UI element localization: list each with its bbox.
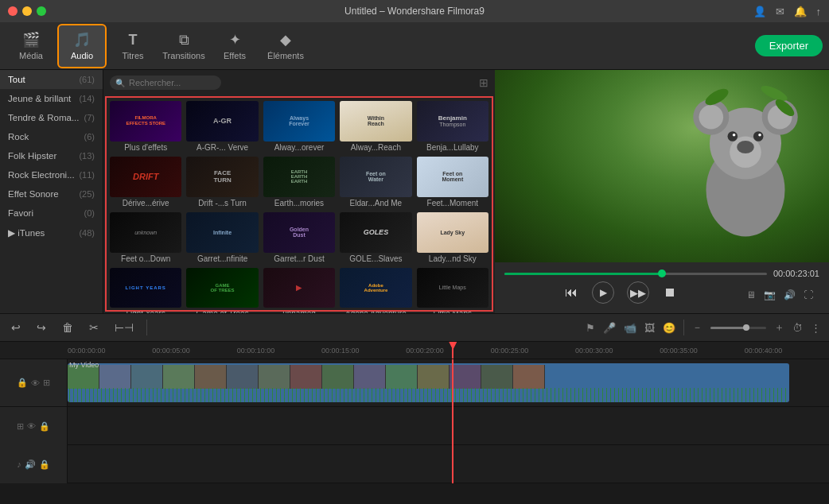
ruler-mark: 00:00:00:00 — [68, 347, 152, 355]
nav-item-effets[interactable]: ✦ Effets — [210, 24, 259, 68]
grid-view-icon[interactable]: ⊞ — [479, 76, 488, 89]
mail-icon[interactable]: ✉ — [776, 6, 784, 17]
stop-button[interactable]: ⏹ — [662, 284, 678, 301]
share-icon[interactable]: ↑ — [816, 6, 822, 17]
sidebar-item-itunes[interactable]: ▶ iTunes (48) — [0, 223, 103, 243]
list-item[interactable]: DRIFT Dérive...érive — [110, 157, 181, 207]
list-item[interactable]: WithinReach Alway...Reach — [340, 101, 411, 152]
sidebar-item-tout[interactable]: Tout (61) — [0, 70, 103, 89]
audio-lock-icon[interactable]: 🔒 — [39, 421, 50, 432]
progress-track[interactable] — [504, 273, 767, 275]
sidebar-item-rock[interactable]: Rock (6) — [0, 127, 103, 146]
sidebar-label-tendre: Tendre & Roma... — [8, 113, 79, 122]
video-clip[interactable] — [68, 363, 789, 402]
plus-icon[interactable]: ＋ — [774, 320, 784, 335]
main-content: Tout (61) Jeune & brillant (14) Tendre &… — [0, 70, 829, 313]
window-controls[interactable] — [8, 6, 46, 16]
list-item[interactable]: unknown Feet o...Down — [110, 212, 181, 263]
cut-button[interactable]: ✂ — [86, 320, 102, 335]
media-grid: FILMORAEFFECTS STORE Plus d'effets A-GR … — [110, 101, 488, 313]
sidebar-item-rock-electro[interactable]: Rock Electroni... (11) — [0, 165, 103, 184]
list-item[interactable]: Feet onMoment Feet...Moment — [417, 157, 488, 207]
redo-button[interactable]: ↪ — [33, 320, 49, 335]
track2-lock-icon[interactable]: 🔒 — [39, 459, 50, 470]
sidebar-item-folk[interactable]: Folk Hipster (13) — [0, 146, 103, 165]
sidebar-item-effet-sonore[interactable]: Effet Sonore (25) — [0, 184, 103, 204]
user-icon[interactable]: 👤 — [753, 6, 766, 17]
skip-back-button[interactable]: ⏮ — [563, 284, 579, 301]
list-item[interactable]: GoldenDust Garret...r Dust — [263, 212, 335, 263]
nav-item-titres[interactable]: T Titres — [108, 24, 158, 68]
flag-icon[interactable]: ⚑ — [586, 322, 595, 334]
search-input[interactable] — [110, 76, 221, 90]
close-button[interactable] — [8, 6, 18, 16]
minimize-button[interactable] — [22, 6, 32, 16]
clock-icon[interactable]: ⏱ — [792, 322, 803, 334]
item-label: Garret...nfinite — [186, 254, 258, 263]
undo-button[interactable]: ↩ — [8, 320, 24, 335]
sidebar-count-rock-electro: (11) — [79, 170, 95, 180]
nav-label-media: Média — [19, 51, 43, 60]
audio-track-2-content[interactable] — [68, 445, 829, 483]
maximize-button[interactable] — [37, 6, 46, 16]
lock-icon[interactable]: 🔒 — [17, 378, 28, 388]
bell-icon[interactable]: 🔔 — [794, 6, 807, 17]
play-forward-button[interactable]: ▶▶ — [627, 281, 649, 304]
eye-icon[interactable]: 👁 — [31, 378, 40, 388]
svg-point-9 — [753, 131, 764, 142]
volume-icon[interactable]: 🔊 — [784, 289, 796, 300]
export-button[interactable]: Exporter — [755, 35, 823, 56]
list-item[interactable]: ▶ unnamed — [263, 268, 335, 313]
audio-track-1-content[interactable] — [68, 407, 829, 444]
list-item[interactable]: Little Maps Little Maps — [417, 268, 488, 313]
item-label: Dérive...érive — [110, 199, 181, 207]
zoom-thumb[interactable] — [743, 324, 749, 331]
split-button[interactable]: ⊢⊣ — [111, 320, 137, 335]
screen-icon[interactable]: 🖥 — [746, 289, 756, 300]
track-label: My Video — [69, 361, 99, 369]
sidebar-label-jeune: Jeune & brillant — [8, 94, 71, 103]
list-item[interactable]: LIGHT YEARS Light Years — [110, 268, 181, 313]
audio-eye-icon[interactable]: 👁 — [27, 421, 36, 431]
list-item[interactable]: Benjamin Thompson Benja...Lullaby — [417, 101, 488, 152]
svg-point-8 — [728, 131, 738, 142]
video-preview-panel: 00:00:23:01 ⏮ ▶ ▶▶ ⏹ 🖥 📷 🔊 ⛶ — [495, 70, 829, 313]
music-icon[interactable]: ♪ — [17, 459, 21, 469]
list-item[interactable]: Infinite Garret...nfinite — [186, 212, 258, 263]
sidebar-item-jeune[interactable]: Jeune & brillant (14) — [0, 89, 103, 108]
audio-add-icon[interactable]: ⊞ — [17, 421, 24, 432]
list-item[interactable]: GAMEOF TREES Game of Trees — [186, 268, 258, 313]
play-button[interactable]: ▶ — [592, 281, 614, 304]
nav-item-audio[interactable]: 🎵 Audio — [57, 24, 107, 68]
trash-button[interactable]: 🗑 — [59, 320, 76, 335]
camera-icon[interactable]: 📷 — [764, 289, 776, 300]
list-item[interactable]: EARTH EARTH EARTH Earth...mories — [263, 157, 335, 207]
list-item[interactable]: Feet onWater Eldar...And Me — [340, 157, 411, 207]
zoom-slider[interactable] — [710, 327, 766, 329]
minus-icon[interactable]: － — [692, 320, 703, 335]
more-icon[interactable]: ⋮ — [811, 322, 821, 334]
list-item[interactable]: Lady Sky Lady...nd Sky — [417, 212, 488, 263]
nav-label-transitions: Transitions — [162, 51, 204, 60]
list-item[interactable]: FILMORAEFFECTS STORE Plus d'effets — [110, 101, 181, 152]
image-icon[interactable]: 🖼 — [644, 322, 655, 334]
list-item[interactable]: AlwaysForever Alway...orever — [263, 101, 335, 152]
mic-icon[interactable]: 🎤 — [603, 322, 616, 334]
search-icon: 🔍 — [115, 78, 125, 87]
list-item[interactable]: AdobeAdventure Adobe Adventure — [340, 268, 411, 313]
sidebar-item-favori[interactable]: Favori (0) — [0, 204, 103, 223]
sidebar-item-tendre[interactable]: Tendre & Roma... (7) — [0, 108, 103, 127]
item-label: GOLE...Slaves — [340, 254, 411, 263]
fullscreen-icon[interactable]: ⛶ — [804, 289, 813, 300]
nav-item-media[interactable]: 🎬 Média — [6, 24, 56, 68]
list-item[interactable]: A-GR A-GR-... Verve — [186, 101, 258, 152]
video-track-content[interactable]: My Video — [68, 359, 829, 406]
emoji-icon[interactable]: 😊 — [663, 322, 675, 334]
list-item[interactable]: GOLES GOLE...Slaves — [340, 212, 411, 263]
video-thumb-strip — [68, 365, 789, 388]
nav-item-elements[interactable]: ◆ Éléments — [261, 24, 310, 68]
volume-track-icon[interactable]: 🔊 — [25, 459, 36, 470]
list-item[interactable]: FACETURN Drift -...s Turn — [186, 157, 258, 207]
camera2-icon[interactable]: 📹 — [624, 322, 636, 334]
nav-item-transitions[interactable]: ⧉ Transitions — [159, 24, 208, 68]
